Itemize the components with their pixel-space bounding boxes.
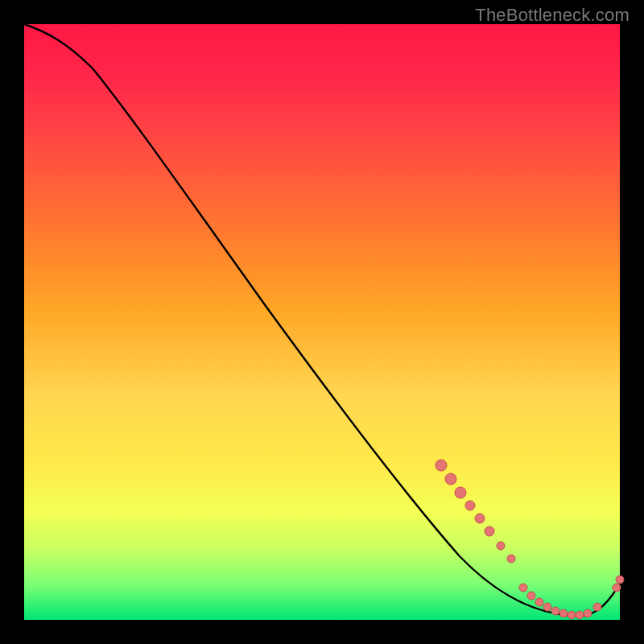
marker-dot	[593, 603, 601, 611]
marker-dot	[568, 611, 576, 619]
marker-dot	[445, 473, 456, 485]
marker-dot	[436, 460, 447, 471]
marker-dot	[455, 487, 466, 498]
marker-group	[436, 460, 624, 619]
marker-dot	[527, 592, 535, 600]
marker-dot	[497, 542, 505, 550]
marker-dot	[485, 526, 494, 536]
marker-dot	[613, 584, 621, 592]
watermark-text: TheBottleneck.com	[475, 5, 630, 26]
marker-dot	[559, 609, 568, 617]
marker-dot	[576, 611, 584, 619]
chart-frame: TheBottleneck.com	[0, 0, 644, 644]
marker-dot	[535, 598, 543, 606]
marker-dot	[616, 576, 624, 584]
plot-area	[24, 24, 620, 620]
marker-dot	[551, 607, 559, 615]
marker-dot	[519, 584, 527, 592]
chart-svg	[24, 24, 620, 620]
marker-dot	[465, 501, 475, 510]
marker-dot	[475, 514, 485, 523]
marker-dot	[507, 555, 515, 563]
marker-dot	[543, 603, 551, 611]
bottleneck-curve	[24, 24, 620, 616]
marker-dot	[584, 609, 592, 617]
